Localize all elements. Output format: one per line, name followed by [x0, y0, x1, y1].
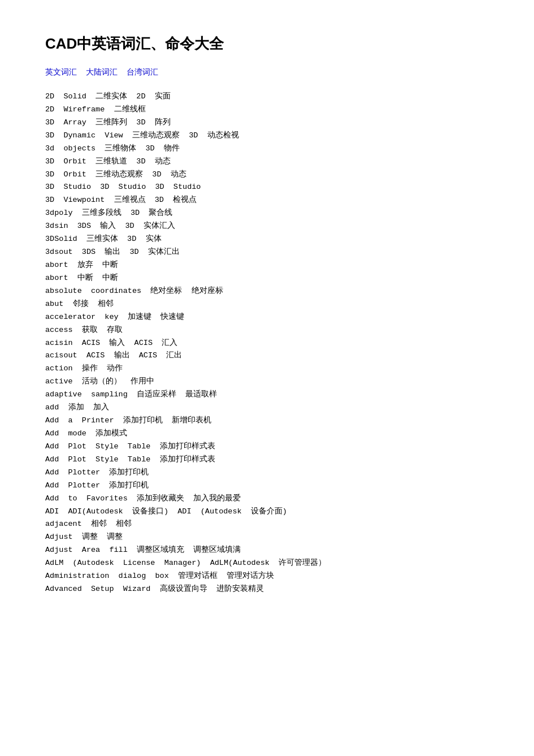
list-item: adjacent 相邻 相邻 — [45, 519, 489, 530]
list-item: abut 邻接 相邻 — [45, 299, 489, 310]
nav-link-mainland[interactable]: 大陆词汇 — [86, 67, 118, 77]
list-item: add 添加 加入 — [45, 402, 489, 414]
list-item: 3dpoly 三维多段线 3D 聚合线 — [45, 208, 489, 219]
list-item: adaptive sampling 自适应采样 最适取样 — [45, 389, 489, 401]
list-item: 2D Solid 二维实体 2D 实面 — [45, 91, 489, 103]
list-item: Adjust Area fill 调整区域填充 调整区域填满 — [45, 545, 489, 556]
list-item: 3D Orbit 三维动态观察 3D 动态 — [45, 169, 489, 181]
list-item: 3dsout 3DS 输出 3D 实体汇出 — [45, 247, 489, 258]
list-item: accelerator key 加速键 快速键 — [45, 312, 489, 323]
list-item: 3D Dynamic View 三维动态观察 3D 动态检视 — [45, 130, 489, 142]
list-item: Add a Printer 添加打印机 新增印表机 — [45, 415, 489, 427]
list-item: Add Plotter 添加打印机 — [45, 480, 489, 492]
content-area: 2D Solid 二维实体 2D 实面2D Wireframe 二维线框3D A… — [45, 91, 489, 595]
list-item: AdLM (Autodesk License Manager) AdLM(Aut… — [45, 558, 489, 569]
list-item: Administration dialog box 管理对话框 管理对话方块 — [45, 571, 489, 582]
nav-link-taiwan[interactable]: 台湾词汇 — [127, 67, 158, 77]
list-item: Add Plot Style Table 添加打印样式表 — [45, 441, 489, 453]
list-item: 3DSolid 三维实体 3D 实体 — [45, 234, 489, 245]
list-item: 3d objects 三维物体 3D 物件 — [45, 143, 489, 155]
nav-link-english[interactable]: 英文词汇 — [45, 67, 77, 77]
list-item: 3dsin 3DS 输入 3D 实体汇入 — [45, 221, 489, 232]
list-item: 3D Studio 3D Studio 3D Studio — [45, 182, 489, 193]
list-item: 3D Orbit 三维轨道 3D 动态 — [45, 156, 489, 168]
page-title: CAD中英语词汇、命令大全 — [45, 34, 489, 54]
list-item: 3D Array 三维阵列 3D 阵列 — [45, 117, 489, 129]
list-item: 2D Wireframe 二维线框 — [45, 104, 489, 116]
list-item: acisin ACIS 输入 ACIS 汇入 — [45, 338, 489, 349]
list-item: Add Plot Style Table 添加打印样式表 — [45, 454, 489, 466]
list-item: ADI ADI(Autodesk 设备接口) ADI (Autodesk 设备介… — [45, 506, 489, 518]
list-item: acisout ACIS 输出 ACIS 汇出 — [45, 350, 489, 362]
list-item: 3D Viewpoint 三维视点 3D 检视点 — [45, 195, 489, 206]
list-item: abort 中断 中断 — [45, 273, 489, 284]
list-item: active 活动（的） 作用中 — [45, 376, 489, 388]
list-item: action 操作 动作 — [45, 363, 489, 375]
list-item: Advanced Setup Wizard 高级设置向导 进阶安装精灵 — [45, 584, 489, 595]
list-item: Add mode 添加模式 — [45, 428, 489, 440]
list-item: Add Plotter 添加打印机 — [45, 467, 489, 479]
list-item: abort 放弃 中断 — [45, 260, 489, 271]
list-item: access 获取 存取 — [45, 325, 489, 336]
list-item: Adjust 调整 调整 — [45, 532, 489, 543]
nav-links: 英文词汇 大陆词汇 台湾词汇 — [45, 67, 489, 77]
list-item: absolute coordinates 绝对坐标 绝对座标 — [45, 286, 489, 297]
list-item: Add to Favorites 添加到收藏夹 加入我的最爱 — [45, 493, 489, 505]
